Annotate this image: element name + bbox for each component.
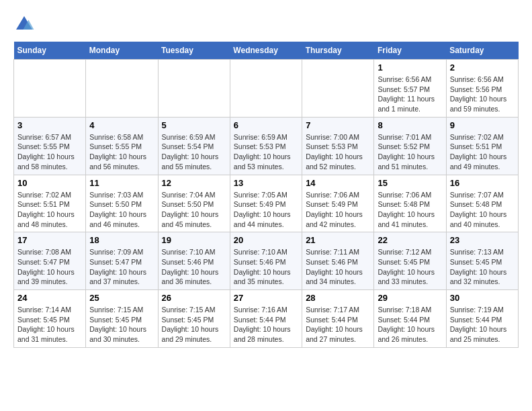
- calendar-cell: 8Sunrise: 7:01 AM Sunset: 5:52 PM Daylig…: [374, 117, 446, 175]
- calendar-cell: 15Sunrise: 7:06 AM Sunset: 5:48 PM Dayli…: [374, 175, 446, 232]
- weekday-header-wednesday: Wednesday: [230, 42, 302, 60]
- day-info: Sunrise: 6:58 AM Sunset: 5:55 PM Dayligh…: [89, 132, 154, 172]
- calendar-cell: 30Sunrise: 7:19 AM Sunset: 5:44 PM Dayli…: [446, 290, 518, 348]
- day-number: 18: [89, 235, 154, 245]
- calendar-cell: 16Sunrise: 7:07 AM Sunset: 5:48 PM Dayli…: [446, 175, 518, 232]
- calendar-cell: [230, 60, 302, 118]
- calendar-cell: 20Sunrise: 7:10 AM Sunset: 5:46 PM Dayli…: [230, 232, 302, 290]
- calendar-cell: 22Sunrise: 7:12 AM Sunset: 5:45 PM Dayli…: [374, 232, 446, 290]
- calendar-cell: [302, 60, 374, 118]
- day-number: 14: [306, 178, 370, 188]
- day-info: Sunrise: 7:18 AM Sunset: 5:44 PM Dayligh…: [378, 305, 442, 345]
- day-number: 7: [306, 120, 370, 130]
- day-info: Sunrise: 7:03 AM Sunset: 5:50 PM Dayligh…: [89, 190, 154, 230]
- weekday-header-sunday: Sunday: [14, 42, 86, 60]
- calendar-cell: 6Sunrise: 6:59 AM Sunset: 5:53 PM Daylig…: [230, 117, 302, 175]
- day-number: 13: [234, 178, 298, 188]
- calendar-cell: 26Sunrise: 7:15 AM Sunset: 5:45 PM Dayli…: [158, 290, 230, 348]
- logo: [13, 13, 38, 35]
- calendar-cell: 9Sunrise: 7:02 AM Sunset: 5:51 PM Daylig…: [446, 117, 518, 175]
- day-number: 4: [89, 120, 154, 130]
- day-number: 28: [306, 293, 370, 303]
- calendar-cell: 12Sunrise: 7:04 AM Sunset: 5:50 PM Dayli…: [158, 175, 230, 232]
- day-info: Sunrise: 7:17 AM Sunset: 5:44 PM Dayligh…: [306, 305, 370, 345]
- day-number: 16: [450, 178, 515, 188]
- day-number: 24: [17, 293, 82, 303]
- calendar-cell: 27Sunrise: 7:16 AM Sunset: 5:44 PM Dayli…: [230, 290, 302, 348]
- day-number: 3: [17, 120, 82, 130]
- day-info: Sunrise: 7:06 AM Sunset: 5:48 PM Dayligh…: [378, 190, 442, 230]
- day-info: Sunrise: 7:14 AM Sunset: 5:45 PM Dayligh…: [17, 305, 82, 345]
- day-info: Sunrise: 7:15 AM Sunset: 5:45 PM Dayligh…: [89, 305, 154, 345]
- day-info: Sunrise: 7:12 AM Sunset: 5:45 PM Dayligh…: [378, 247, 442, 287]
- day-info: Sunrise: 7:08 AM Sunset: 5:47 PM Dayligh…: [17, 247, 82, 287]
- day-number: 5: [162, 120, 226, 130]
- day-number: 11: [89, 178, 154, 188]
- calendar-cell: 2Sunrise: 6:56 AM Sunset: 5:56 PM Daylig…: [446, 60, 518, 118]
- calendar-cell: 21Sunrise: 7:11 AM Sunset: 5:46 PM Dayli…: [302, 232, 374, 290]
- day-number: 1: [378, 62, 442, 73]
- calendar-cell: [158, 60, 230, 118]
- calendar-cell: 10Sunrise: 7:02 AM Sunset: 5:51 PM Dayli…: [14, 175, 86, 232]
- calendar-cell: 24Sunrise: 7:14 AM Sunset: 5:45 PM Dayli…: [14, 290, 86, 348]
- calendar-cell: 29Sunrise: 7:18 AM Sunset: 5:44 PM Dayli…: [374, 290, 446, 348]
- day-number: 22: [378, 235, 442, 245]
- day-info: Sunrise: 7:10 AM Sunset: 5:46 PM Dayligh…: [234, 247, 298, 287]
- day-info: Sunrise: 7:11 AM Sunset: 5:46 PM Dayligh…: [306, 247, 370, 287]
- weekday-header-row: SundayMondayTuesdayWednesdayThursdayFrid…: [14, 42, 519, 60]
- day-info: Sunrise: 7:06 AM Sunset: 5:49 PM Dayligh…: [306, 190, 370, 230]
- day-number: 26: [162, 293, 226, 303]
- logo-icon: [13, 13, 35, 35]
- day-info: Sunrise: 7:15 AM Sunset: 5:45 PM Dayligh…: [162, 305, 226, 345]
- week-row-1: 1Sunrise: 6:56 AM Sunset: 5:57 PM Daylig…: [14, 60, 519, 118]
- day-number: 17: [17, 235, 82, 245]
- weekday-header-monday: Monday: [86, 42, 158, 60]
- calendar-cell: 5Sunrise: 6:59 AM Sunset: 5:54 PM Daylig…: [158, 117, 230, 175]
- day-info: Sunrise: 6:59 AM Sunset: 5:54 PM Dayligh…: [162, 132, 226, 172]
- calendar-cell: 25Sunrise: 7:15 AM Sunset: 5:45 PM Dayli…: [86, 290, 158, 348]
- calendar-cell: 4Sunrise: 6:58 AM Sunset: 5:55 PM Daylig…: [86, 117, 158, 175]
- day-number: 21: [306, 235, 370, 245]
- calendar-cell: 18Sunrise: 7:09 AM Sunset: 5:47 PM Dayli…: [86, 232, 158, 290]
- weekday-header-thursday: Thursday: [302, 42, 374, 60]
- day-info: Sunrise: 7:19 AM Sunset: 5:44 PM Dayligh…: [450, 305, 515, 345]
- calendar-cell: 13Sunrise: 7:05 AM Sunset: 5:49 PM Dayli…: [230, 175, 302, 232]
- day-info: Sunrise: 7:16 AM Sunset: 5:44 PM Dayligh…: [234, 305, 298, 345]
- day-info: Sunrise: 7:02 AM Sunset: 5:51 PM Dayligh…: [450, 132, 515, 172]
- day-info: Sunrise: 7:00 AM Sunset: 5:53 PM Dayligh…: [306, 132, 370, 172]
- page-header: [13, 13, 519, 35]
- week-row-2: 3Sunrise: 6:57 AM Sunset: 5:55 PM Daylig…: [14, 117, 519, 175]
- day-info: Sunrise: 6:59 AM Sunset: 5:53 PM Dayligh…: [234, 132, 298, 172]
- day-number: 15: [378, 178, 442, 188]
- calendar-cell: 14Sunrise: 7:06 AM Sunset: 5:49 PM Dayli…: [302, 175, 374, 232]
- day-number: 2: [450, 62, 515, 73]
- weekday-header-friday: Friday: [374, 42, 446, 60]
- week-row-3: 10Sunrise: 7:02 AM Sunset: 5:51 PM Dayli…: [14, 175, 519, 232]
- day-number: 10: [17, 178, 82, 188]
- day-info: Sunrise: 7:05 AM Sunset: 5:49 PM Dayligh…: [234, 190, 298, 230]
- calendar-cell: 11Sunrise: 7:03 AM Sunset: 5:50 PM Dayli…: [86, 175, 158, 232]
- calendar-cell: 17Sunrise: 7:08 AM Sunset: 5:47 PM Dayli…: [14, 232, 86, 290]
- calendar-cell: 7Sunrise: 7:00 AM Sunset: 5:53 PM Daylig…: [302, 117, 374, 175]
- day-number: 20: [234, 235, 298, 245]
- week-row-4: 17Sunrise: 7:08 AM Sunset: 5:47 PM Dayli…: [14, 232, 519, 290]
- day-info: Sunrise: 7:13 AM Sunset: 5:45 PM Dayligh…: [450, 247, 515, 287]
- day-info: Sunrise: 6:57 AM Sunset: 5:55 PM Dayligh…: [17, 132, 82, 172]
- day-info: Sunrise: 6:56 AM Sunset: 5:56 PM Dayligh…: [450, 75, 515, 114]
- calendar-cell: 3Sunrise: 6:57 AM Sunset: 5:55 PM Daylig…: [14, 117, 86, 175]
- calendar-cell: 28Sunrise: 7:17 AM Sunset: 5:44 PM Dayli…: [302, 290, 374, 348]
- day-info: Sunrise: 6:56 AM Sunset: 5:57 PM Dayligh…: [378, 75, 442, 114]
- day-info: Sunrise: 7:01 AM Sunset: 5:52 PM Dayligh…: [378, 132, 442, 172]
- calendar-cell: 1Sunrise: 6:56 AM Sunset: 5:57 PM Daylig…: [374, 60, 446, 118]
- day-number: 12: [162, 178, 226, 188]
- day-info: Sunrise: 7:09 AM Sunset: 5:47 PM Dayligh…: [89, 247, 154, 287]
- calendar-cell: 23Sunrise: 7:13 AM Sunset: 5:45 PM Dayli…: [446, 232, 518, 290]
- week-row-5: 24Sunrise: 7:14 AM Sunset: 5:45 PM Dayli…: [14, 290, 519, 348]
- weekday-header-saturday: Saturday: [446, 42, 518, 60]
- calendar-cell: [86, 60, 158, 118]
- day-info: Sunrise: 7:10 AM Sunset: 5:46 PM Dayligh…: [162, 247, 226, 287]
- day-number: 9: [450, 120, 515, 130]
- day-number: 27: [234, 293, 298, 303]
- day-number: 23: [450, 235, 515, 245]
- day-info: Sunrise: 7:04 AM Sunset: 5:50 PM Dayligh…: [162, 190, 226, 230]
